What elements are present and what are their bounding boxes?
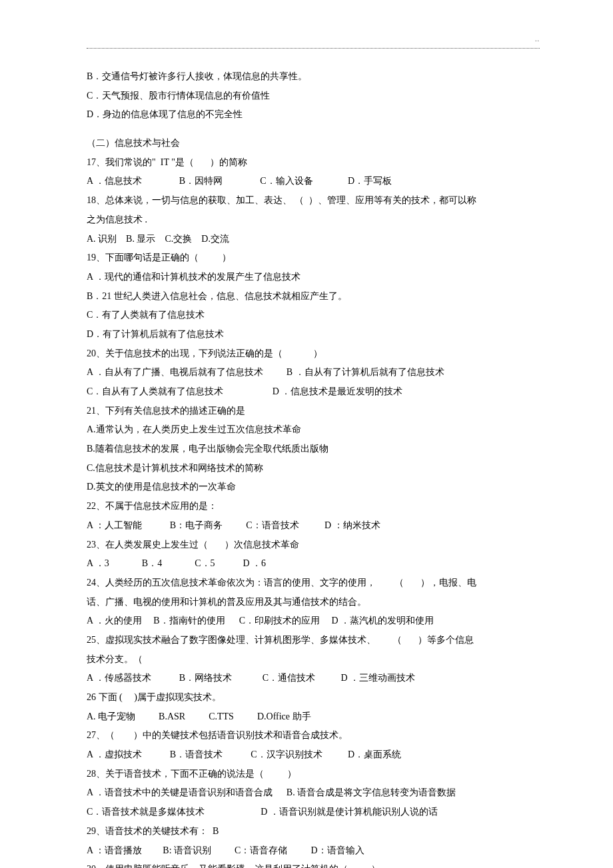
text-line: 之为信息技术 .: [87, 211, 540, 230]
text-line: A ：语音播放 B: 语音识别 C：语音存储 D：语音输入: [87, 841, 540, 861]
text-line: D．有了计算机后就有了信息技术: [87, 325, 540, 344]
text-line: D.英文的使用是信息技术的一次革命: [87, 478, 540, 497]
text-line: 28、关于语音技术，下面不正确的说法是（ ）: [87, 765, 540, 784]
text-line: B．21 世纪人类进入信息社会，信息、信息技术就相应产生了。: [87, 287, 540, 306]
text-line: A ．虚拟技术 B．语音技术 C．汉字识别技术 D．桌面系统: [87, 745, 540, 765]
text-line: C．语音技术就是多媒体技术 D ．语音识别就是使计算机能识别人说的话: [87, 803, 540, 822]
text-line: 29、语音技术的关键技术有： B: [87, 822, 540, 841]
text-line: 话、广播、电视的使用和计算机的普及应用及其与通信技术的结合。: [87, 593, 540, 612]
text-line: 27、（ ）中的关键技术包括语音识别技术和语音合成技术。: [87, 726, 540, 745]
text-line: A ．传感器技术 B．网络技术 C．通信技术 D ．三维动画技术: [87, 669, 540, 688]
text-line: 30、使用电脑既能听音乐，又能看影碟，这是利用了计算机的（ ）。: [87, 860, 540, 868]
text-line: 17、我们常说的" IT "是（ ）的简称: [87, 153, 540, 173]
text-line: 26 下面 ( )属于虚拟现实技术。: [87, 688, 540, 707]
document-body: B．交通信号灯被许多行人接收，体现信息的共享性。C．天气预报、股市行情体现信息的…: [87, 67, 540, 868]
text-line: 25、虚拟现实技术融合了数字图像处理、计算机图形学、多媒体技术、 （ ）等多个信…: [87, 631, 540, 650]
text-line: （二）信息技术与社会: [87, 134, 540, 153]
text-line: 18、总体来说，一切与信息的获取、加工、表达、 （ ）、管理、应用等有关的技术，…: [87, 191, 540, 211]
text-line: 技术分支。（: [87, 650, 540, 669]
text-line: 23、在人类发展史上发生过（ ）次信息技术革命: [87, 536, 540, 555]
text-line: 19、下面哪句话是正确的（ ）: [87, 248, 540, 268]
text-line: A ．信息技术 B．因特网 C．输入设备 D．手写板: [87, 172, 540, 191]
text-line: A ．火的使用 B．指南针的使用 C．印刷技术的应用 D ．蒸汽机的发明和使用: [87, 612, 540, 631]
text-line: A ：人工智能 B：电子商务 C：语音技术 D ：纳米技术: [87, 516, 540, 536]
text-line: C．有了人类就有了信息技术: [87, 306, 540, 325]
header-rule: [87, 48, 540, 49]
text-line: 22、不属于信息技术应用的是：: [87, 497, 540, 516]
text-line: A ．自从有了广播、电视后就有了信息技术 B ．自从有了计算机后就有了信息技术: [87, 363, 540, 382]
text-line: C.信息技术是计算机技术和网络技术的简称: [87, 459, 540, 478]
text-line: 21、下列有关信息技术的描述正确的是: [87, 402, 540, 421]
text-line: 24、人类经历的五次信息技术革命依次为：语言的使用、文字的使用， （ ），电报、…: [87, 574, 540, 593]
text-line: A ．3 B．4 C．5 D ．6: [87, 554, 540, 574]
page: B．交通信号灯被许多行人接收，体现信息的共享性。C．天气预报、股市行情体现信息的…: [0, 0, 613, 868]
text-line: A. 电子宠物 B.ASR C.TTS D.Office 助手: [87, 707, 540, 727]
text-line: A ．现代的通信和计算机技术的发展产生了信息技术: [87, 268, 540, 287]
text-line: A.通常认为，在人类历史上发生过五次信息技术革命: [87, 420, 540, 440]
text-line: C．自从有了人类就有了信息技术 D ．信息技术是最近发明的技术: [87, 382, 540, 402]
text-line: 20、关于信息技术的出现，下列说法正确的是（ ）: [87, 344, 540, 364]
text-line: B．交通信号灯被许多行人接收，体现信息的共享性。: [87, 67, 540, 87]
text-line: A ．语音技术中的关键是语音识别和语音合成 B. 语音合成是将文字信息转变为语音…: [87, 783, 540, 803]
text-line: A. 识别 B. 显示 C.交换 D.交流: [87, 230, 540, 249]
text-line: B.随着信息技术的发展，电子出版物会完全取代纸质出版物: [87, 440, 540, 459]
text-line: C．天气预报、股市行情体现信息的有价值性: [87, 87, 540, 106]
text-line: D．身边的信息体现了信息的不完全性: [87, 105, 540, 125]
